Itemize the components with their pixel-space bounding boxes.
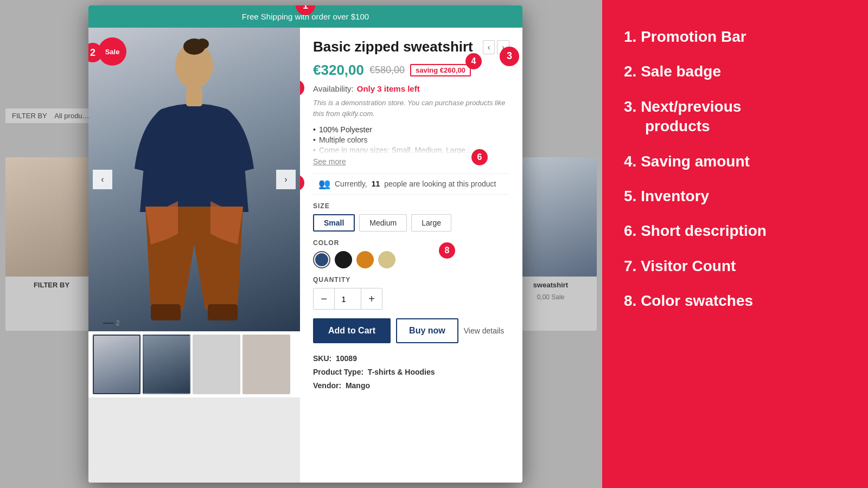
buy-now-button[interactable]: Buy now xyxy=(396,318,458,343)
modal-body: 2 Sale xyxy=(88,28,522,483)
price-original: €580,00 xyxy=(369,65,405,76)
svg-rect-4 xyxy=(151,304,181,320)
panel-num-8: 8. xyxy=(624,292,636,309)
color-orange[interactable] xyxy=(356,251,374,268)
see-more-link[interactable]: See more xyxy=(313,157,346,166)
feature-2: Multiple colors xyxy=(313,136,509,144)
title-row: Basic zipped sweatshirt 3 ‹ › xyxy=(313,38,509,55)
panel-num-6: 6. xyxy=(624,222,636,239)
panel-num-5: 5. xyxy=(624,188,636,204)
size-small[interactable]: Small xyxy=(313,214,355,232)
panel-label-4: Saving amount xyxy=(641,153,750,170)
meta-vendor: Vendor: Mango xyxy=(313,379,509,393)
view-details-link[interactable]: View details xyxy=(464,326,504,335)
color-black[interactable] xyxy=(335,251,352,268)
price-current: €320,00 xyxy=(313,62,364,79)
visitors-icon: 👥 xyxy=(318,178,330,190)
type-label: Product Type: xyxy=(313,368,363,376)
size-large[interactable]: Large xyxy=(411,214,451,232)
product-modal: 1 Free Shipping with order over $100 × 2… xyxy=(88,5,522,483)
panel-item-3: 3. Next/previous products xyxy=(624,97,846,137)
filter-value: All produ… xyxy=(54,112,89,120)
panel-num-7: 7. xyxy=(624,258,636,274)
panel-item-5: 5. Inventory xyxy=(624,187,846,206)
type-value: T-shirts & Hoodies xyxy=(368,368,435,376)
meta-type: Product Type: T-shirts & Hoodies xyxy=(313,365,509,379)
feature-1: 100% Polyester xyxy=(313,125,509,134)
filter-label: FILTER BY xyxy=(12,112,47,120)
quantity-decrease[interactable]: − xyxy=(314,288,334,309)
saving-badge: saving €260,00 4 xyxy=(410,64,471,76)
sku-label: SKU: xyxy=(313,354,331,363)
svg-rect-5 xyxy=(208,304,238,320)
bg-product-1: FILTER BY xyxy=(5,157,98,331)
visitor-text-after: people are looking at this product xyxy=(384,179,496,188)
vendor-value: Mango xyxy=(346,381,370,390)
thumbnail-strip xyxy=(88,331,300,397)
right-panel: 1. Promotion Bar 2. Sale badge 3. Next/p… xyxy=(602,0,868,488)
sale-number-badge: 2 xyxy=(88,43,103,62)
panel-num-4: 4. xyxy=(624,153,636,170)
availability-row: 5 Availability: Only 3 items left xyxy=(313,84,509,93)
nav-product-arrows: 3 ‹ › xyxy=(483,40,509,54)
panel-item-6: 6. Short description xyxy=(624,221,846,241)
thumbnail-3[interactable] xyxy=(193,335,240,394)
panel-item-8: 8. Color swatches xyxy=(624,291,846,311)
person-figure xyxy=(118,38,270,331)
product-meta: SKU: 10089 Product Type: T-shirts & Hood… xyxy=(313,352,509,393)
thumbnail-1[interactable] xyxy=(93,335,141,394)
panel-item-4: 4. Saving amount xyxy=(624,152,846,171)
add-to-cart-button[interactable]: Add to Cart xyxy=(313,318,391,343)
avail-value: Only 3 items left xyxy=(357,84,420,93)
bg-title-2: sweatshirt xyxy=(529,277,572,293)
panel-item-7: 7. Visitor Count xyxy=(624,256,846,276)
quantity-label: QUANTITY xyxy=(313,276,509,284)
action-row: Add to Cart Buy now View details xyxy=(313,318,509,343)
color-number-badge: 8 xyxy=(439,242,455,259)
panel-label-5: Inventory xyxy=(641,188,709,204)
size-options: Small Medium Large xyxy=(313,214,509,232)
panel-num-2: 2. xyxy=(624,63,636,80)
thumbnail-2[interactable] xyxy=(143,335,190,394)
main-product-image: ‹ › 1 2 xyxy=(88,28,300,331)
short-desc-number-badge: 6 xyxy=(471,149,488,165)
color-tan[interactable] xyxy=(378,251,395,268)
visitor-row: 7 👥 Currently, 11 people are looking at … xyxy=(313,173,509,195)
counter-line xyxy=(103,323,114,324)
sku-value: 10089 xyxy=(336,354,357,363)
image-next-button[interactable]: › xyxy=(276,170,296,189)
panel-item-1: 1. Promotion Bar xyxy=(624,27,846,47)
image-counter: 1 2 xyxy=(97,319,119,327)
image-prev-button[interactable]: ‹ xyxy=(93,170,112,189)
image-section: 2 Sale xyxy=(88,28,300,483)
avail-number-badge: 5 xyxy=(300,80,304,96)
bg-sub-2: 0,00 Sale xyxy=(533,293,569,301)
counter-total: 2 xyxy=(116,319,120,327)
panel-label-2: Sale badge xyxy=(641,63,721,80)
svg-rect-3 xyxy=(186,87,202,106)
quantity-input[interactable] xyxy=(334,288,361,309)
visitor-text-before: Currently, xyxy=(335,179,367,188)
prev-product-button[interactable]: ‹ xyxy=(483,40,495,54)
thumbnail-4[interactable] xyxy=(242,335,290,394)
counter-current: 1 xyxy=(97,319,101,327)
quantity-increase[interactable]: + xyxy=(361,288,382,309)
visitor-count: 11 xyxy=(372,179,380,188)
size-medium[interactable]: Medium xyxy=(359,214,407,232)
next-prev-number-badge: 3 xyxy=(500,47,519,66)
see-more-row: See more 6 xyxy=(313,157,509,166)
panel-label-3: Next/previous products xyxy=(624,98,741,134)
meta-sku: SKU: 10089 xyxy=(313,352,509,365)
avail-label: Availability: xyxy=(313,84,354,93)
panel-item-2: 2. Sale badge xyxy=(624,62,846,81)
panel-label-1: Promotion Bar xyxy=(641,28,746,45)
demo-note: This is a demonstration store. You can p… xyxy=(313,98,509,119)
size-label: SIZE xyxy=(313,202,509,210)
product-info-panel: Basic zipped sweatshirt 3 ‹ › €320,00 €5… xyxy=(300,28,522,483)
panel-num-3: 3. xyxy=(624,98,636,115)
svg-point-2 xyxy=(196,38,209,49)
color-navy[interactable] xyxy=(313,251,330,268)
panel-label-7: Visitor Count xyxy=(641,258,736,274)
saving-number-badge: 4 xyxy=(465,53,482,69)
promo-bar: 1 Free Shipping with order over $100 × xyxy=(88,5,522,28)
